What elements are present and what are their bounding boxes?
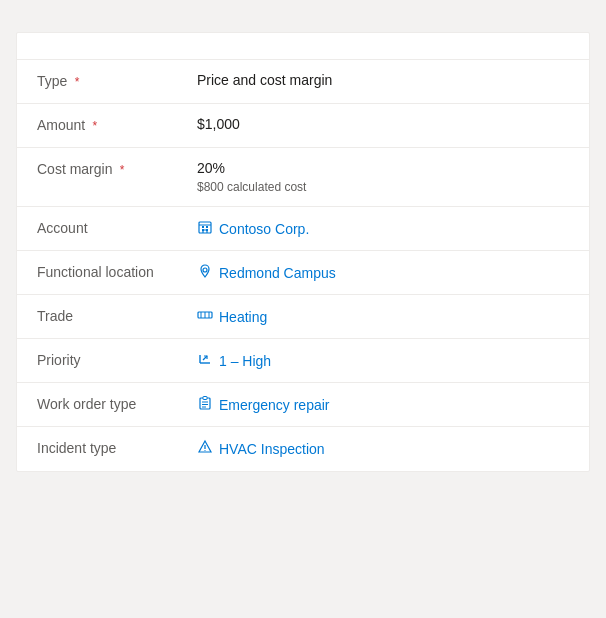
value-with-icon[interactable]: HVAC Inspection (197, 439, 569, 458)
priority-icon (197, 351, 213, 370)
detail-label: Cost margin * (37, 160, 197, 177)
detail-value[interactable]: Heating (197, 307, 569, 326)
detail-label: Incident type (37, 439, 197, 456)
detail-row: Type *Price and cost margin (17, 60, 589, 104)
svg-point-19 (204, 450, 205, 451)
value-with-icon[interactable]: Redmond Campus (197, 263, 569, 282)
required-marker: * (89, 119, 97, 133)
svg-rect-0 (199, 222, 211, 233)
location-icon (197, 263, 213, 282)
detail-label: Functional location (37, 263, 197, 280)
detail-value[interactable]: HVAC Inspection (197, 439, 569, 458)
svg-rect-14 (203, 397, 207, 400)
link-text: Redmond Campus (219, 265, 336, 281)
required-marker: * (116, 163, 124, 177)
warning-icon (197, 439, 213, 458)
wrench-icon (197, 307, 213, 326)
detail-value[interactable]: 1 – High (197, 351, 569, 370)
detail-label: Type * (37, 72, 197, 89)
building-icon (197, 219, 213, 238)
detail-value[interactable]: Contoso Corp. (197, 219, 569, 238)
detail-label: Work order type (37, 395, 197, 412)
value-with-icon[interactable]: 1 – High (197, 351, 569, 370)
detail-row: Functional location Redmond Campus (17, 251, 589, 295)
svg-rect-2 (206, 226, 208, 228)
sub-value: $800 calculated cost (197, 180, 569, 194)
link-text: HVAC Inspection (219, 441, 325, 457)
value-text: Price and cost margin (197, 72, 332, 88)
value-text: $1,000 (197, 116, 240, 132)
detail-label: Priority (37, 351, 197, 368)
required-marker: * (71, 75, 79, 89)
detail-row: Work order type Emergency repair (17, 383, 589, 427)
details-card: Type *Price and cost marginAmount *$1,00… (16, 32, 590, 472)
value-with-icon[interactable]: Heating (197, 307, 569, 326)
value-with-icon[interactable]: Contoso Corp. (197, 219, 569, 238)
value-text: 20% (197, 160, 225, 176)
link-text: 1 – High (219, 353, 271, 369)
detail-value: 20%$800 calculated cost (197, 160, 569, 194)
detail-value[interactable]: Redmond Campus (197, 263, 569, 282)
detail-value: Price and cost margin (197, 72, 569, 88)
link-text: Emergency repair (219, 397, 330, 413)
detail-row: Cost margin *20%$800 calculated cost (17, 148, 589, 207)
detail-value[interactable]: Emergency repair (197, 395, 569, 414)
svg-line-12 (203, 356, 207, 360)
detail-label: Account (37, 219, 197, 236)
detail-label: Trade (37, 307, 197, 324)
detail-row: Account Contoso Corp. (17, 207, 589, 251)
detail-row: Priority 1 – High (17, 339, 589, 383)
detail-row: Incident type HVAC Inspection (17, 427, 589, 471)
detail-row: Amount *$1,000 (17, 104, 589, 148)
card-section-title (17, 33, 589, 60)
svg-rect-1 (202, 226, 204, 228)
link-text: Heating (219, 309, 267, 325)
detail-label: Amount * (37, 116, 197, 133)
details-table: Type *Price and cost marginAmount *$1,00… (17, 60, 589, 471)
clipboard-icon (197, 395, 213, 414)
detail-value: $1,000 (197, 116, 569, 132)
svg-point-5 (203, 268, 207, 272)
value-with-icon[interactable]: Emergency repair (197, 395, 569, 414)
detail-row: Trade Heating (17, 295, 589, 339)
link-text: Contoso Corp. (219, 221, 309, 237)
